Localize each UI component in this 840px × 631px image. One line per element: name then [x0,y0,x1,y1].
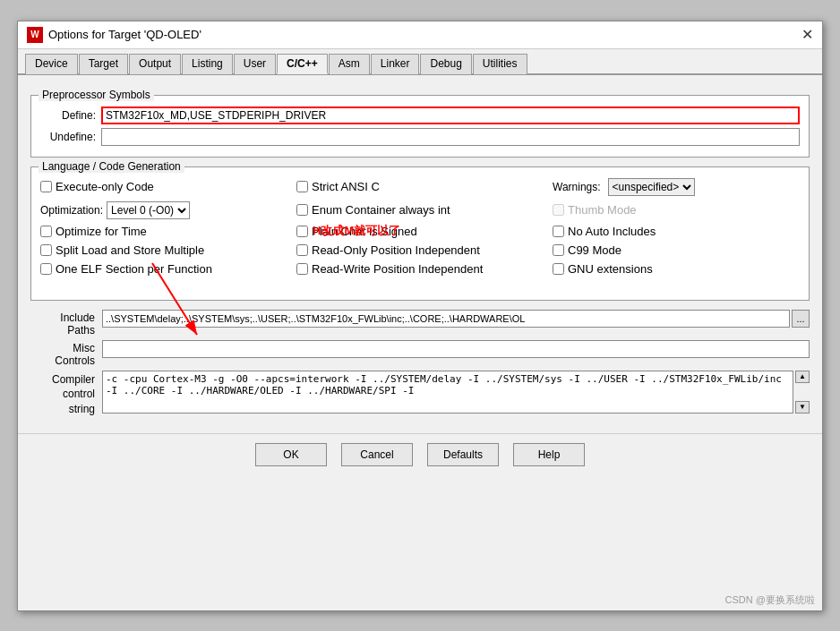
plain-char-check[interactable] [296,226,308,237]
gnu-ext-label: GNU extensions [568,262,653,276]
no-auto-includes-label: No Auto Includes [568,225,656,238]
one-elf-label: One ELF Section per Function [56,262,212,276]
readwrite-pos-check[interactable] [296,263,308,275]
tab-cpp[interactable]: C/C++ [277,54,328,74]
define-row: Define: [40,107,800,124]
help-button[interactable]: Help [513,443,585,466]
tab-listing[interactable]: Listing [182,54,233,74]
compiler-scroll-arrows: ▲ ▼ [795,371,810,414]
readwrite-pos-label: Read-Write Position Independent [312,262,483,276]
warnings-label: Warnings: [553,181,601,193]
preprocessor-group: Preprocessor Symbols Define: Undefine: [30,95,810,158]
codegen-group: Language / Code Generation Execute-only … [30,166,810,301]
undefine-input[interactable] [101,128,800,146]
thumb-mode-label: Thumb Mode [568,203,637,217]
opt-label: Optimization: [40,204,103,217]
preprocessor-content: Define: Undefine: [40,107,800,146]
tab-debug[interactable]: Debug [420,54,471,74]
misc-controls-label: Misc Controls [30,340,95,367]
warnings-select[interactable]: <unspecified> [608,178,695,196]
dialog-title: Options for Target 'QD-OLED' [48,28,201,41]
bottom-bar: OK Cancel Defaults Help [18,433,822,477]
readonly-pos-label: Read-Only Position Independent [312,243,480,257]
watermark: CSDN @要换系统啦 [725,593,815,607]
dialog: W Options for Target 'QD-OLED' ✕ Device … [17,21,823,611]
defaults-button[interactable]: Defaults [427,443,499,466]
tab-user[interactable]: User [234,54,276,74]
codegen-title: Language / Code Generation [39,160,184,173]
app-icon: W [27,27,43,43]
close-button[interactable]: ✕ [801,28,813,42]
thumb-mode-check[interactable] [553,204,564,216]
strict-ansi-label: Strict ANSI C [312,180,380,193]
optimize-time-label: Optimize for Time [56,225,147,238]
strict-ansi-check[interactable] [296,181,308,192]
tab-linker[interactable]: Linker [371,54,420,74]
optimize-time-check[interactable] [40,226,52,237]
define-label: Define: [40,109,96,122]
compiler-scroll-up[interactable]: ▲ [795,371,810,383]
define-input[interactable] [101,107,800,124]
include-paths-value[interactable]: ..\SYSTEM\delay;..\SYSTEM\sys;..\USER;..… [102,310,790,328]
paths-table: Include Paths ..\SYSTEM\delay;..\SYSTEM\… [30,310,810,417]
tab-asm[interactable]: Asm [329,54,370,74]
c99-mode-check[interactable] [553,244,564,256]
c99-mode-label: C99 Mode [568,243,621,257]
opt-dropdown: Level 0 (-O0) [107,201,190,219]
plain-char-label: Plain Char is Signed [312,225,417,238]
include-paths-row: Include Paths ..\SYSTEM\delay;..\SYSTEM\… [30,310,810,337]
no-auto-includes-check[interactable] [553,226,564,237]
misc-controls-value[interactable] [102,340,810,358]
ok-button[interactable]: OK [255,443,327,466]
execute-only-check[interactable] [40,181,52,192]
execute-only-label: Execute-only Code [56,180,154,193]
split-load-label: Split Load and Store Multiple [56,243,204,257]
compiler-control-container: -c -cpu Cortex-M3 -g -O0 --apcs=interwor… [102,371,810,414]
enum-container-check[interactable] [296,204,308,216]
preprocessor-title: Preprocessor Symbols [39,89,154,101]
include-paths-label: Include Paths [30,310,95,337]
codegen-content: Execute-only Code Strict ANSI C Warnings… [40,178,800,276]
gnu-ext-check[interactable] [553,263,564,275]
undefine-row: Undefine: [40,128,800,146]
compiler-control-value[interactable]: -c -cpu Cortex-M3 -g -O0 --apcs=interwor… [102,371,793,414]
readonly-pos-check[interactable] [296,244,308,256]
tabs-bar: Device Target Output Listing User C/C++ … [18,49,822,75]
include-paths-field: ..\SYSTEM\delay;..\SYSTEM\sys;..\USER;..… [102,310,810,328]
cancel-button[interactable]: Cancel [341,443,413,466]
tab-target[interactable]: Target [79,54,128,74]
undefine-label: Undefine: [40,131,96,143]
main-content: Preprocessor Symbols Define: Undefine: L… [18,75,822,433]
compiler-scroll-down[interactable]: ▼ [795,401,810,414]
include-browse-button[interactable]: ... [792,310,810,328]
tab-device[interactable]: Device [25,54,78,74]
compiler-control-label: Compiler control string [30,371,95,417]
compiler-control-row: Compiler control string -c -cpu Cortex-M… [30,371,810,417]
one-elf-check[interactable] [40,263,52,275]
opt-select[interactable]: Level 0 (-O0) [107,201,190,219]
enum-container-label: Enum Container always int [312,203,450,217]
misc-controls-row: Misc Controls [30,340,810,367]
tab-utilities[interactable]: Utilities [473,54,527,74]
tab-output[interactable]: Output [129,54,181,74]
title-bar: W Options for Target 'QD-OLED' ✕ [18,21,822,49]
title-bar-left: W Options for Target 'QD-OLED' [27,27,201,43]
split-load-check[interactable] [40,244,52,256]
